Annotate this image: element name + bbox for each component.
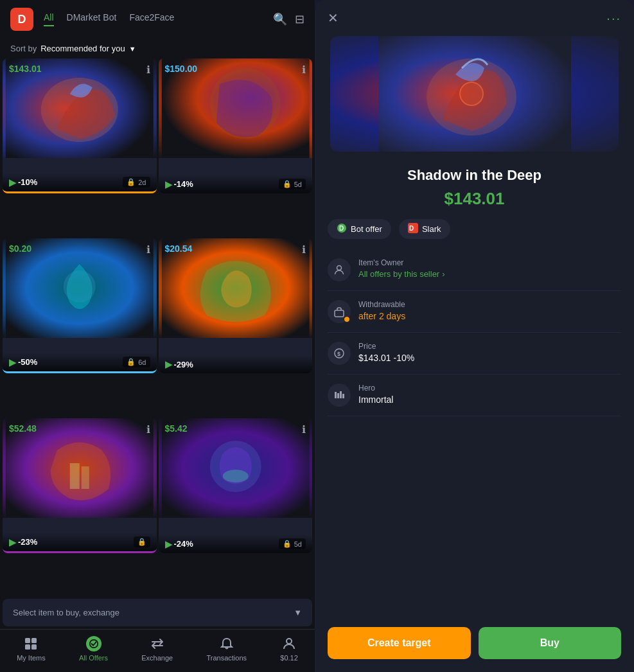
lock-info: 🔒 5d <box>279 179 306 190</box>
item-footer: ▶ -24% 🔒 5d <box>159 535 313 553</box>
lock-icon: 🔒 <box>283 180 292 188</box>
item-preview-image <box>330 36 619 152</box>
user-icon <box>281 636 297 651</box>
discount-badge: ▶ -50% <box>9 357 37 367</box>
nav-label: Transactions <box>206 654 247 662</box>
buy-button[interactable]: Buy <box>479 627 622 659</box>
item-price: $20.54 <box>165 243 193 254</box>
lock-days: 5d <box>294 181 302 188</box>
lock-days: 5d <box>294 540 302 548</box>
more-options-button[interactable]: ··· <box>606 11 621 26</box>
sort-bar: Sort by Recommended for you ▼ <box>0 39 315 58</box>
discount-badge: ▶ -14% <box>165 179 193 190</box>
bot-offer-badge: D Bot offer <box>328 219 391 239</box>
svg-rect-32 <box>340 391 342 398</box>
info-icon[interactable]: ℹ <box>302 423 306 436</box>
svg-rect-14 <box>31 638 37 643</box>
item-footer: ▶ -50% 🔒 6d <box>3 353 157 371</box>
filter-icon[interactable]: ⊟ <box>295 12 304 26</box>
discount-value: -14% <box>174 179 193 189</box>
lock-info: 🔒 <box>134 536 150 547</box>
nav-exchange[interactable]: Exchange <box>141 636 173 662</box>
sort-value[interactable]: Recommended for you <box>40 44 125 53</box>
nav-tabs: All DMarket Bot Face2Face <box>44 12 263 26</box>
svg-text:D: D <box>409 225 414 232</box>
dota-icon: D <box>337 223 347 235</box>
nav-label: All Offers <box>79 654 108 662</box>
items-grid: $143.01 ℹ ▶ -10% 🔒 2d <box>0 58 315 596</box>
list-item[interactable]: $0.20 ℹ ▶ -50% 🔒 6d <box>3 238 157 373</box>
lock-icon: 🔒 <box>137 538 146 546</box>
discount-value: -29% <box>174 360 193 369</box>
owner-icon <box>328 258 351 281</box>
hero-row: Hero Immortal <box>328 375 621 416</box>
item-price: $5.42 <box>165 423 188 434</box>
list-item[interactable]: $52.48 ℹ ▶ -23% 🔒 <box>3 418 157 553</box>
arrow-icon: ▶ <box>165 359 172 369</box>
svg-rect-31 <box>337 393 339 398</box>
tab-dmarket-bot[interactable]: DMarket Bot <box>67 12 117 26</box>
nav-transactions[interactable]: Transactions <box>206 636 247 662</box>
lock-info: 🔒 5d <box>279 538 306 549</box>
withdrawable-row: Withdrawable after 2 days <box>328 291 621 333</box>
search-icon[interactable]: 🔍 <box>273 12 287 26</box>
chevron-right-icon: › <box>442 269 445 279</box>
svg-text:D: D <box>339 225 344 232</box>
info-icon[interactable]: ℹ <box>302 243 306 256</box>
exchange-icon <box>150 636 165 651</box>
price-row: $ Price $143.01 -10% <box>328 333 621 375</box>
discount-value: -50% <box>18 357 37 367</box>
info-icon[interactable]: ℹ <box>146 243 150 256</box>
info-icon[interactable]: ℹ <box>146 64 150 76</box>
bot-offer-label: Bot offer <box>351 224 382 234</box>
discount-badge: ▶ -24% <box>165 539 193 549</box>
tab-face2face[interactable]: Face2Face <box>129 12 174 26</box>
hero-value: Immortal <box>358 394 621 405</box>
list-item[interactable]: $150.00 ℹ ▶ -14% 🔒 5d <box>159 58 313 193</box>
info-icon[interactable]: ℹ <box>302 64 306 76</box>
svg-point-5 <box>64 270 96 303</box>
discount-badge: ▶ -10% <box>9 177 37 188</box>
warning-dot <box>344 316 350 323</box>
lock-icon: 🔒 <box>127 358 136 366</box>
chevron-down-icon: ▼ <box>129 45 136 53</box>
svg-rect-30 <box>335 392 337 398</box>
list-item[interactable]: $20.54 ℹ ▶ -29% <box>159 238 313 373</box>
game-badge: D Slark <box>399 219 450 239</box>
discount-value: -23% <box>18 537 37 547</box>
grid-icon <box>23 636 39 651</box>
withdrawable-value: after 2 days <box>358 311 621 321</box>
item-footer: ▶ -29% <box>159 355 313 373</box>
item-price: $143.01 <box>9 64 42 74</box>
owner-link[interactable]: All offers by this seller › <box>358 269 621 279</box>
nav-account[interactable]: $0.12 <box>280 636 298 662</box>
discount-value: -24% <box>174 539 193 549</box>
nav-all-offers[interactable]: All Offers <box>79 636 108 662</box>
svg-point-21 <box>460 82 483 105</box>
bottom-select-bar[interactable]: Select item to buy, exchange ▼ <box>3 599 312 626</box>
create-target-button[interactable]: Create target <box>328 627 471 659</box>
info-icon[interactable]: ℹ <box>146 423 150 436</box>
price-content: Price $143.01 -10% <box>358 342 621 363</box>
offer-badges: D Bot offer D Slark <box>315 219 634 249</box>
svg-rect-16 <box>31 644 37 650</box>
detail-rows: Item's Owner All offers by this seller ›… <box>315 249 634 617</box>
price-label: Price <box>358 342 621 351</box>
discount-badge: ▶ -23% <box>9 537 37 547</box>
nav-label: Exchange <box>141 654 173 662</box>
action-buttons: Create target Buy <box>315 617 634 672</box>
svg-point-18 <box>286 639 292 644</box>
game-icon: D <box>408 223 418 235</box>
tab-all[interactable]: All <box>44 12 54 26</box>
list-item[interactable]: $143.01 ℹ ▶ -10% 🔒 2d <box>3 58 157 193</box>
list-item[interactable]: $5.42 ℹ ▶ -24% 🔒 5d <box>159 418 313 553</box>
bell-icon <box>219 636 234 651</box>
close-button[interactable]: ✕ <box>328 10 339 26</box>
nav-my-items[interactable]: My Items <box>17 636 46 662</box>
nav-label: My Items <box>17 654 46 662</box>
arrow-icon: ▶ <box>9 357 16 367</box>
svg-text:$: $ <box>337 351 340 357</box>
detail-header: ✕ ··· <box>315 0 634 36</box>
item-footer: ▶ -10% 🔒 2d <box>3 173 157 191</box>
item-price: $0.20 <box>9 243 31 254</box>
